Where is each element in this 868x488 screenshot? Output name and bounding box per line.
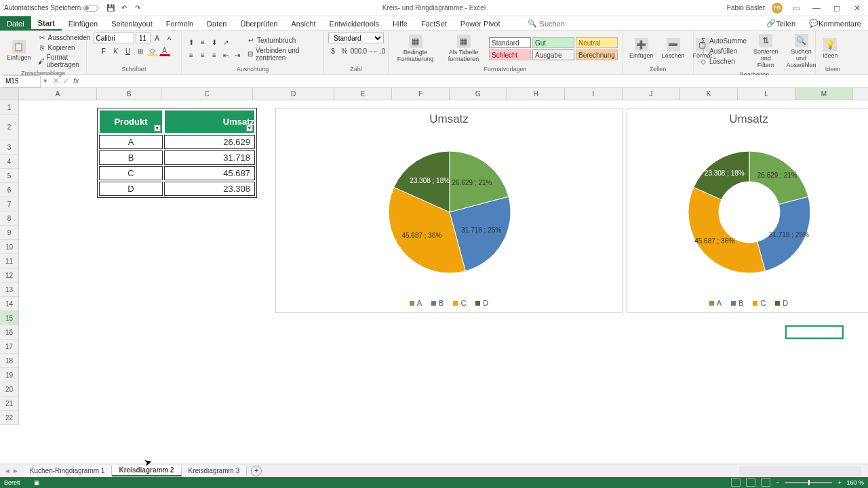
- rowhead-4[interactable]: 4: [0, 155, 19, 169]
- select-all-button[interactable]: [0, 88, 19, 100]
- tab-seitenlayout[interactable]: Seitenlayout: [104, 16, 159, 30]
- tab-start[interactable]: Start: [31, 16, 62, 30]
- colhead-D[interactable]: D: [253, 88, 334, 100]
- rowhead-6[interactable]: 6: [0, 183, 19, 197]
- active-cell[interactable]: [785, 325, 844, 339]
- align-left-icon[interactable]: ≡: [186, 50, 197, 61]
- align-top-icon[interactable]: ⬆: [186, 37, 197, 48]
- fill-color-icon[interactable]: ◇: [147, 45, 158, 56]
- tab-daten[interactable]: Daten: [200, 16, 233, 30]
- dec-inc-icon[interactable]: .0→: [362, 45, 373, 56]
- cut-button[interactable]: ✂Ausschneiden: [37, 33, 92, 42]
- tab-file[interactable]: Datei: [0, 16, 31, 30]
- colhead-A[interactable]: A: [19, 88, 97, 100]
- underline-button[interactable]: U: [123, 45, 134, 56]
- page-layout-view-icon[interactable]: [746, 479, 755, 487]
- rowhead-5[interactable]: 5: [0, 169, 19, 183]
- user-name[interactable]: Fabio Basler: [727, 4, 765, 12]
- zoom-level[interactable]: 160 %: [846, 479, 864, 486]
- orientation-icon[interactable]: ↗: [220, 37, 231, 48]
- format-painter-button[interactable]: 🖌Format übertragen: [37, 53, 92, 69]
- worksheet-grid[interactable]: A B C D E F G H I J K L M 12345678910111…: [0, 88, 868, 441]
- sheet-tab-2[interactable]: Kreisdiagramm 2: [112, 465, 181, 476]
- cancel-formula-icon[interactable]: ✕: [53, 77, 59, 85]
- paste-button[interactable]: 📋 Einfügen: [4, 39, 34, 63]
- horizontal-scrollbar[interactable]: [739, 466, 861, 476]
- rowhead-19[interactable]: 19: [0, 368, 19, 382]
- toggle-switch-icon[interactable]: [83, 5, 98, 12]
- rowhead-8[interactable]: 8: [0, 211, 19, 226]
- accept-formula-icon[interactable]: ✓: [63, 77, 69, 85]
- align-bottom-icon[interactable]: ⬇: [209, 37, 220, 48]
- data-table[interactable]: Produkt▾ Umsatz▾ A26.629 B31.718 C45.687…: [97, 108, 257, 198]
- tab-factset[interactable]: FactSet: [414, 16, 454, 30]
- zoom-out-button[interactable]: −: [776, 479, 779, 486]
- rowhead-7[interactable]: 7: [0, 197, 19, 211]
- sheet-nav-prev-icon[interactable]: ◄: [4, 467, 11, 474]
- style-calc[interactable]: Berechnung: [576, 49, 618, 60]
- ribbon-options-icon[interactable]: ▭: [789, 3, 803, 14]
- colhead-H[interactable]: H: [507, 88, 565, 100]
- format-as-table-button[interactable]: ▦Als Tabelle formatieren: [441, 33, 486, 64]
- colhead-G[interactable]: G: [450, 88, 507, 100]
- tab-einfuegen[interactable]: Einfügen: [62, 16, 104, 30]
- style-out[interactable]: Ausgabe: [532, 49, 574, 60]
- rowhead-14[interactable]: 14: [0, 297, 19, 311]
- insert-cells-button[interactable]: ➕Einfügen: [627, 37, 656, 61]
- colhead-I[interactable]: I: [565, 88, 623, 100]
- colhead-K[interactable]: K: [680, 88, 738, 100]
- colhead-M[interactable]: M: [795, 88, 853, 100]
- fill-button[interactable]: ↓Ausfüllen: [698, 47, 748, 56]
- zoom-in-button[interactable]: +: [837, 479, 841, 486]
- dec-dec-icon[interactable]: ←.0: [374, 45, 384, 56]
- ideas-button[interactable]: 💡Ideen: [820, 37, 841, 61]
- align-right-icon[interactable]: ≡: [209, 50, 220, 61]
- thousands-icon[interactable]: 000: [351, 45, 361, 56]
- colhead-F[interactable]: F: [392, 88, 450, 100]
- rowhead-11[interactable]: 11: [0, 254, 19, 268]
- filter-icon[interactable]: ▾: [246, 125, 253, 131]
- decrease-font-icon[interactable]: A: [164, 33, 175, 43]
- font-size-input[interactable]: [136, 33, 151, 43]
- rowhead-1[interactable]: 1: [0, 100, 19, 115]
- rowhead-18[interactable]: 18: [0, 354, 19, 368]
- tab-ueberpruefen[interactable]: Überprüfen: [233, 16, 284, 30]
- normal-view-icon[interactable]: [731, 479, 741, 487]
- comments-button[interactable]: 💬 Kommentare: [802, 16, 868, 30]
- autosum-button[interactable]: ΣAutoSumme: [698, 37, 748, 46]
- style-good[interactable]: Gut: [532, 37, 574, 48]
- delete-cells-button[interactable]: ➖Löschen: [659, 37, 688, 61]
- percent-icon[interactable]: %: [339, 45, 350, 56]
- formula-input[interactable]: [85, 75, 868, 87]
- donut-chart[interactable]: Umsatz 26.629 ; 21%31.718 ; 25%45.687 ; …: [627, 108, 868, 313]
- indent-inc-icon[interactable]: ⇥: [232, 50, 243, 61]
- style-standard[interactable]: Standard: [489, 37, 531, 48]
- number-format-select[interactable]: Standard: [328, 33, 384, 43]
- save-icon[interactable]: 💾: [106, 4, 115, 12]
- filter-icon[interactable]: ▾: [154, 125, 161, 131]
- rowhead-15[interactable]: 15: [0, 311, 19, 325]
- tab-entwicklertools[interactable]: Entwicklertools: [323, 16, 386, 30]
- search-box[interactable]: 🔍 Suchen: [521, 16, 572, 30]
- undo-icon[interactable]: ↶: [120, 4, 128, 12]
- rowhead-16[interactable]: 16: [0, 325, 19, 340]
- name-box[interactable]: [3, 75, 41, 87]
- colhead-L[interactable]: L: [738, 88, 795, 100]
- autosave-toggle[interactable]: Automatisches Speichern: [4, 4, 98, 12]
- page-break-view-icon[interactable]: [761, 479, 770, 487]
- sheet-nav-next-icon[interactable]: ►: [12, 467, 19, 474]
- add-sheet-button[interactable]: +: [251, 466, 262, 476]
- align-center-icon[interactable]: ≡: [197, 50, 208, 61]
- rowhead-12[interactable]: 12: [0, 268, 19, 283]
- zoom-slider[interactable]: [785, 482, 832, 483]
- rowhead-20[interactable]: 20: [0, 382, 19, 396]
- tab-hilfe[interactable]: Hilfe: [386, 16, 414, 30]
- merge-button[interactable]: ⊟Verbinden und zentrieren: [245, 46, 319, 62]
- redo-icon[interactable]: ↷: [134, 4, 142, 12]
- close-icon[interactable]: ✕: [850, 3, 864, 14]
- fx-icon[interactable]: fx: [73, 77, 79, 85]
- currency-icon[interactable]: $: [328, 45, 338, 56]
- rowhead-13[interactable]: 13: [0, 283, 19, 297]
- find-select-button[interactable]: 🔍Suchen und Auswählen: [784, 33, 819, 70]
- copy-button[interactable]: ⎘Kopieren: [37, 43, 92, 52]
